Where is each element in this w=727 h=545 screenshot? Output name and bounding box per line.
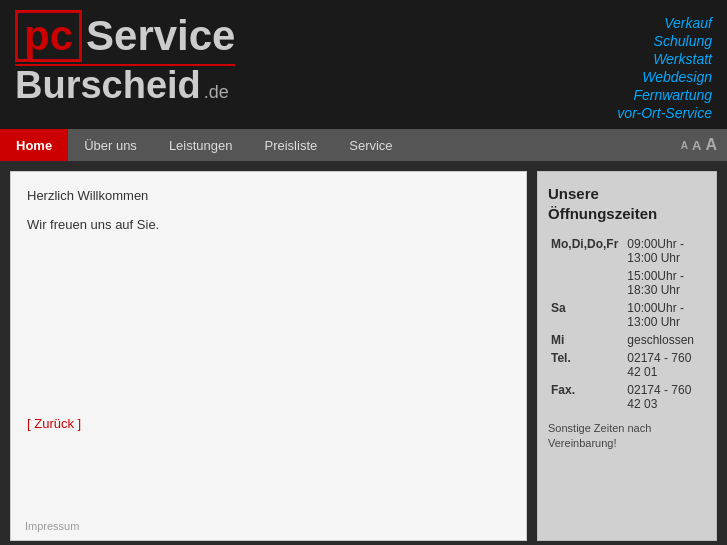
hours-day: Fax. [548, 381, 624, 413]
table-row: Mo,Di,Do,Fr 09:00Uhr - 13:00 Uhr [548, 235, 706, 267]
hours-time: 09:00Uhr - 13:00 Uhr [624, 235, 706, 267]
welcome-heading: Herzlich Willkommen [27, 186, 510, 207]
welcome-text: Wir freuen uns auf Sie. [27, 215, 510, 236]
nav-item-service[interactable]: Service [333, 129, 408, 161]
logo-pc: pc [15, 10, 82, 62]
hours-table: Mo,Di,Do,Fr 09:00Uhr - 13:00 Uhr 15:00Uh… [548, 235, 706, 413]
table-row: Sa 10:00Uhr - 13:00 Uhr [548, 299, 706, 331]
nav-item-home[interactable]: Home [0, 129, 68, 161]
logo-burscheid: Burscheid [15, 66, 201, 104]
sidebar-title: Unsere Öffnungszeiten [548, 184, 706, 223]
navbar: Home Über uns Leistungen Preisliste Serv… [0, 129, 727, 161]
impressum-link[interactable]: Impressum [25, 520, 79, 532]
logo-line1: pc Service [15, 10, 235, 62]
nav-link-vor-ort[interactable]: vor-Ort-Service [617, 105, 712, 121]
content-panel: Herzlich Willkommen Wir freuen uns auf S… [10, 171, 527, 541]
logo-area: pc Service Burscheid .de [15, 10, 235, 104]
header: pc Service Burscheid .de Verkauf Schulun… [0, 0, 727, 129]
font-size-controls: A A A [681, 136, 727, 154]
table-row: Fax. 02174 - 760 42 03 [548, 381, 706, 413]
hours-day: Mo,Di,Do,Fr [548, 235, 624, 267]
sidebar-note: Sonstige Zeiten nach Vereinbarung! [548, 421, 706, 452]
font-large-button[interactable]: A [705, 136, 717, 154]
hours-time: 15:00Uhr - 18:30 Uhr [624, 267, 706, 299]
hours-time: 02174 - 760 42 03 [624, 381, 706, 413]
nav-item-leistungen[interactable]: Leistungen [153, 129, 249, 161]
table-row: Tel. 02174 - 760 42 01 [548, 349, 706, 381]
hours-day [548, 267, 624, 299]
hours-time: 10:00Uhr - 13:00 Uhr [624, 299, 706, 331]
font-medium-button[interactable]: A [692, 138, 701, 153]
hours-day: Sa [548, 299, 624, 331]
nav-link-verkauf[interactable]: Verkauf [664, 15, 712, 31]
main-area: Herzlich Willkommen Wir freuen uns auf S… [0, 161, 727, 545]
table-row: Mi geschlossen [548, 331, 706, 349]
back-link[interactable]: [ Zurück ] [27, 416, 510, 431]
logo-line2: Burscheid .de [15, 66, 235, 104]
nav-link-werkstatt[interactable]: Werkstatt [653, 51, 712, 67]
table-row: 15:00Uhr - 18:30 Uhr [548, 267, 706, 299]
nav-item-preisliste[interactable]: Preisliste [249, 129, 334, 161]
font-small-button[interactable]: A [681, 140, 688, 151]
logo-de: .de [204, 82, 229, 103]
header-nav-links: Verkauf Schulung Werkstatt Webdesign Fer… [617, 10, 712, 121]
nav-link-fernwartung[interactable]: Fernwartung [633, 87, 712, 103]
sidebar: Unsere Öffnungszeiten Mo,Di,Do,Fr 09:00U… [537, 171, 717, 541]
hours-day: Mi [548, 331, 624, 349]
logo-service: Service [86, 15, 235, 57]
hours-time: 02174 - 760 42 01 [624, 349, 706, 381]
hours-time: geschlossen [624, 331, 706, 349]
nav-item-ueber-uns[interactable]: Über uns [68, 129, 153, 161]
hours-day: Tel. [548, 349, 624, 381]
nav-link-schulung[interactable]: Schulung [654, 33, 712, 49]
nav-link-webdesign[interactable]: Webdesign [642, 69, 712, 85]
